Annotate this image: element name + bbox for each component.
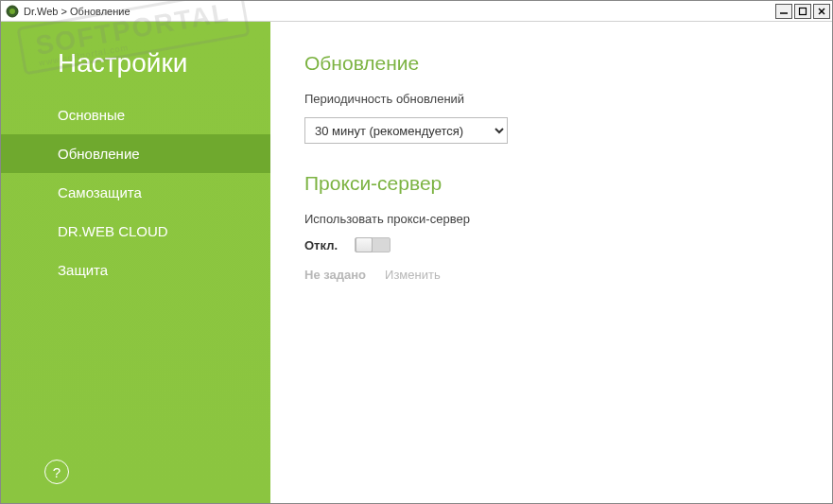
sidebar-item-main[interactable]: Основные [1,96,270,134]
content-area: Настройки Основные Обновление Самозащита… [1,22,832,503]
proxy-toggle[interactable] [355,237,390,252]
sidebar-item-label: Обновление [58,146,140,162]
close-button[interactable] [813,4,830,19]
sidebar-item-selfprotect[interactable]: Самозащита [1,173,270,212]
sidebar-item-cloud[interactable]: DR.WEB CLOUD [1,212,270,251]
sidebar-item-label: DR.WEB CLOUD [58,223,168,239]
section-title-update: Обновление [304,52,798,75]
title-page: Обновление [70,6,130,17]
maximize-button[interactable] [794,4,811,19]
svg-line-4 [819,9,824,14]
sidebar-item-label: Основные [58,107,125,123]
svg-line-5 [819,9,824,14]
proxy-change-link[interactable]: Изменить [385,268,441,282]
frequency-select-wrap: 30 минут (рекомендуется) [304,117,798,144]
svg-point-1 [9,9,15,14]
frequency-label: Периодичность обновлений [304,92,798,106]
proxy-status-text: Не задано [304,268,366,282]
sidebar: Настройки Основные Обновление Самозащита… [1,22,270,503]
window-frame: Dr.Web > Обновление Настройки [0,0,833,504]
sidebar-title: Настройки [1,48,270,96]
minimize-button[interactable] [775,4,792,19]
toggle-knob [356,237,373,252]
section-title-proxy: Прокси-сервер [304,172,798,195]
sidebar-spacer [1,289,270,460]
help-button[interactable]: ? [44,460,69,484]
sidebar-item-update[interactable]: Обновление [1,134,270,173]
help-icon: ? [53,464,61,480]
sidebar-item-label: Защита [58,262,108,278]
proxy-status-row: Не задано Изменить [304,268,798,282]
window-title: Dr.Web > Обновление [24,6,775,17]
frequency-select[interactable]: 30 минут (рекомендуется) [304,117,508,144]
sidebar-item-protection[interactable]: Защита [1,251,270,289]
main-panel: Обновление Периодичность обновлений 30 м… [270,22,832,503]
proxy-use-label: Использовать прокси-сервер [304,212,798,226]
title-app: Dr.Web [24,6,58,17]
proxy-toggle-row: Откл. [304,237,798,252]
titlebar: Dr.Web > Обновление [1,1,832,22]
app-icon [5,4,20,19]
window-controls [775,4,830,19]
title-sep: > [61,6,67,17]
sidebar-item-label: Самозащита [58,184,142,200]
toggle-state-label: Откл. [304,238,338,252]
svg-rect-3 [800,8,807,14]
